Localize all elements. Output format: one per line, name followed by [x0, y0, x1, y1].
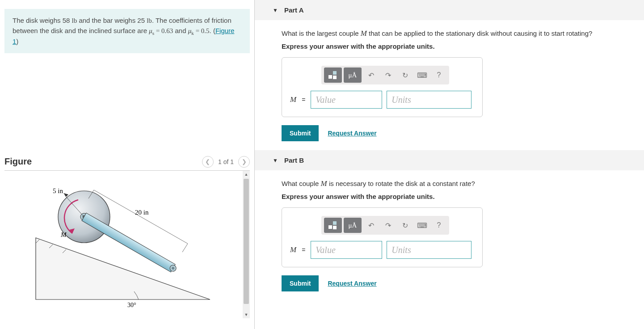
moment-label: M: [60, 231, 67, 238]
svg-rect-16: [328, 75, 332, 79]
mu-s-value: 0.63: [161, 27, 173, 34]
eq: =: [154, 27, 161, 34]
prev-figure-button[interactable]: ❮: [202, 156, 214, 168]
caret-down-icon: ▼: [273, 157, 278, 164]
input-row: M =: [290, 91, 474, 109]
figure-section: Figure ❮ 1 of 1 ❯: [4, 156, 250, 318]
svg-rect-18: [333, 76, 337, 79]
text: What is the largest couple: [282, 30, 361, 37]
request-answer-link[interactable]: Request Answer: [328, 130, 376, 137]
undo-icon[interactable]: ↶: [363, 219, 379, 232]
submit-button[interactable]: Submit: [282, 275, 319, 291]
help-icon[interactable]: ?: [431, 68, 446, 82]
reset-icon[interactable]: ↻: [397, 219, 412, 232]
value-input[interactable]: [311, 91, 382, 109]
variable-m: M: [321, 179, 327, 188]
templates-icon[interactable]: [324, 218, 342, 233]
answer-toolbar: μÅ ↶ ↷ ↻ ⌨ ?: [321, 66, 449, 84]
svg-marker-0: [36, 238, 210, 299]
text: What couple: [282, 180, 321, 187]
text: that can be applied to the stationary di…: [367, 30, 592, 37]
help-icon[interactable]: ?: [431, 219, 446, 232]
instruction: Express your answer with the appropriate…: [282, 193, 644, 200]
part-header[interactable]: ▼ Part A: [255, 0, 644, 20]
figure-diagram: 5 in 20 in 30° M: [31, 180, 219, 318]
figure-nav: ❮ 1 of 1 ❯: [202, 156, 250, 168]
unit-lb: lb: [147, 17, 152, 24]
svg-marker-12: [63, 193, 68, 197]
svg-rect-19: [328, 225, 332, 229]
mu-a-label: μÅ: [349, 222, 357, 229]
text: and: [173, 27, 188, 34]
part-title: Part B: [284, 156, 304, 164]
units-input[interactable]: [387, 91, 471, 109]
scroll-thumb[interactable]: [244, 179, 249, 304]
dim-radius: 5 in: [53, 187, 63, 194]
special-chars-button[interactable]: μÅ: [344, 218, 362, 233]
templates-icon[interactable]: [324, 67, 342, 83]
text: . (: [210, 27, 215, 34]
svg-rect-21: [333, 226, 337, 229]
question-text: What is the largest couple M that can be…: [282, 29, 644, 38]
disk-weight: 58: [63, 17, 72, 24]
text: The disk weighs: [13, 17, 63, 24]
bar-weight: 25: [137, 17, 147, 24]
instruction: Express your answer with the appropriate…: [282, 42, 644, 50]
figure-title: Figure: [4, 156, 32, 167]
reset-icon[interactable]: ↻: [397, 68, 412, 82]
dim-bar: 20 in: [135, 209, 149, 216]
mu-k-value: 0.5: [201, 27, 210, 34]
mu-s-symbol: μ: [149, 27, 152, 34]
problem-statement: The disk weighs 58 lb and the bar weighs…: [4, 9, 250, 53]
dim-angle: 30°: [127, 302, 136, 308]
redo-icon[interactable]: ↷: [380, 219, 396, 232]
answer-box: μÅ ↶ ↷ ↻ ⌨ ? M =: [282, 57, 483, 117]
submit-row: Submit Request Answer: [282, 125, 644, 141]
eq: =: [194, 27, 201, 34]
request-answer-link[interactable]: Request Answer: [328, 280, 376, 287]
value-input[interactable]: [311, 241, 382, 259]
keyboard-icon[interactable]: ⌨: [414, 68, 429, 82]
part-header[interactable]: ▼ Part B: [255, 150, 644, 170]
submit-row: Submit Request Answer: [282, 275, 644, 291]
mu-a-label: μÅ: [349, 72, 357, 79]
submit-button[interactable]: Submit: [282, 125, 319, 141]
equals: =: [302, 246, 305, 253]
figure-counter: 1 of 1: [218, 158, 234, 165]
figure-header: Figure ❮ 1 of 1 ❯: [4, 156, 250, 171]
answer-toolbar: μÅ ↶ ↷ ↻ ⌨ ?: [321, 216, 449, 235]
scroll-up-icon[interactable]: ▲: [244, 172, 249, 177]
equals: =: [302, 96, 305, 103]
figure-scrollbar[interactable]: ▲ ▼: [243, 171, 250, 318]
keyboard-icon[interactable]: ⌨: [414, 219, 429, 232]
svg-line-15: [182, 244, 188, 252]
part-b: ▼ Part B What couple M is necessary to r…: [255, 150, 644, 291]
figure-body: 5 in 20 in 30° M ▲ ▼: [4, 171, 250, 318]
part-title: Part A: [284, 6, 304, 14]
part-body: What is the largest couple M that can be…: [255, 20, 644, 141]
left-pane: The disk weighs 58 lb and the bar weighs…: [0, 0, 255, 329]
variable-m: M: [361, 29, 367, 38]
scroll-down-icon[interactable]: ▼: [244, 312, 249, 317]
redo-icon[interactable]: ↷: [380, 68, 396, 82]
svg-rect-17: [333, 71, 337, 75]
text: ): [16, 38, 18, 45]
unit-lb: lb: [72, 17, 77, 24]
question-text: What couple M is necessary to rotate the…: [282, 179, 644, 188]
input-row: M =: [290, 241, 474, 259]
undo-icon[interactable]: ↶: [363, 68, 379, 82]
right-pane: ▼ Part A What is the largest couple M th…: [255, 0, 644, 329]
var-label: M: [290, 95, 296, 104]
text: is necessary to rotate the disk at a con…: [327, 180, 475, 187]
part-a: ▼ Part A What is the largest couple M th…: [255, 0, 644, 141]
svg-rect-20: [333, 221, 337, 225]
part-body: What couple M is necessary to rotate the…: [255, 170, 644, 291]
next-figure-button[interactable]: ❯: [238, 156, 250, 168]
caret-down-icon: ▼: [273, 7, 278, 13]
var-label: M: [290, 245, 296, 254]
text: and the bar weighs: [77, 17, 137, 24]
units-input[interactable]: [387, 241, 471, 259]
special-chars-button[interactable]: μÅ: [344, 67, 362, 83]
answer-box: μÅ ↶ ↷ ↻ ⌨ ? M =: [282, 207, 483, 267]
